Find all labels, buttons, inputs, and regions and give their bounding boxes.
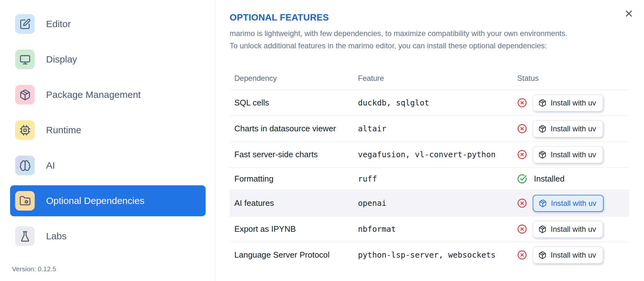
flask-icon	[15, 226, 35, 246]
dependencies-table: Dependency Feature Status SQL cells duck…	[230, 67, 629, 268]
sidebar-item-optional-dependencies[interactable]: Optional Dependencies	[10, 185, 206, 216]
close-icon	[624, 15, 634, 20]
circle-x-icon	[517, 150, 527, 159]
install-button-label: Install with uv	[551, 124, 596, 133]
sidebar-nav: Editor Display Package Management Runtim…	[0, 9, 215, 252]
table-row: Fast server-side charts vegafusion, vl-c…	[230, 141, 629, 167]
status-cell: Install with uv	[508, 195, 629, 212]
circle-x-icon	[517, 124, 527, 134]
install-button-label: Install with uv	[551, 199, 596, 208]
package-icon	[15, 85, 35, 105]
dependency-cell: AI features	[230, 198, 353, 208]
package-icon	[538, 99, 547, 107]
panel-content: OPTIONAL FEATURES marimo is lightweight,…	[215, 0, 644, 268]
sidebar-item-display[interactable]: Display	[10, 44, 206, 75]
install-button-label: Install with uv	[551, 251, 596, 260]
install-with-uv-button[interactable]: Install with uv	[533, 94, 603, 111]
package-icon	[538, 251, 547, 259]
install-with-uv-button[interactable]: Install with uv	[533, 247, 603, 264]
feature-cell: openai	[353, 199, 508, 208]
feature-cell: duckdb, sqlglot	[353, 98, 508, 107]
status-cell: Install with uv	[508, 94, 629, 111]
install-with-uv-button[interactable]: Install with uv	[533, 221, 603, 238]
column-header-dependency: Dependency	[230, 74, 353, 83]
dependency-cell: Export as IPYNB	[230, 224, 353, 234]
table-body: SQL cells duckdb, sqlglot Install with u…	[230, 90, 629, 268]
status-cell: Installed	[508, 174, 629, 184]
install-button-label: Install with uv	[551, 99, 596, 107]
package-icon	[538, 225, 547, 233]
dependency-cell: SQL cells	[230, 98, 353, 108]
panel-description: marimo is lightweight, with few dependen…	[230, 27, 625, 52]
install-button-label: Install with uv	[551, 150, 596, 159]
sidebar-item-label: Display	[46, 54, 77, 65]
install-with-uv-button[interactable]: Install with uv	[533, 120, 603, 137]
feature-cell: ruff	[353, 174, 508, 183]
package-icon	[538, 151, 547, 159]
page-title: OPTIONAL FEATURES	[230, 12, 644, 23]
sidebar-item-runtime[interactable]: Runtime	[10, 115, 206, 146]
feature-cell: vegafusion, vl-convert-python	[353, 150, 508, 159]
sidebar-item-label: Optional Dependencies	[46, 195, 144, 206]
circle-x-icon	[517, 224, 527, 234]
table-row: SQL cells duckdb, sqlglot Install with u…	[230, 90, 629, 116]
close-button[interactable]	[624, 9, 634, 19]
dependency-cell: Fast server-side charts	[230, 150, 353, 159]
status-installed-label: Installed	[534, 174, 565, 184]
edit-icon	[15, 14, 35, 34]
circle-x-icon	[517, 198, 527, 208]
table-row: Export as IPYNB nbformat Install with uv	[230, 216, 629, 242]
sidebar-item-package-management[interactable]: Package Management	[10, 79, 206, 110]
dependency-cell: Charts in datasource viewer	[230, 124, 353, 134]
circle-check-icon	[517, 174, 527, 184]
sidebar-item-label: Editor	[46, 19, 71, 29]
folder-cog-icon	[15, 191, 35, 211]
table-header-row: Dependency Feature Status	[230, 67, 629, 90]
status-cell: Install with uv	[508, 120, 629, 137]
description-line: To unlock additional features in the mar…	[230, 39, 625, 52]
table-row: Formatting ruff Installed	[230, 167, 629, 190]
sidebar-item-editor[interactable]: Editor	[10, 9, 206, 39]
status-cell: Install with uv	[508, 146, 629, 163]
dependency-cell: Formatting	[230, 174, 353, 184]
package-icon	[538, 125, 547, 133]
optional-features-panel: OPTIONAL FEATURES marimo is lightweight,…	[215, 0, 644, 281]
table-row: Language Server Protocol python-lsp-serv…	[230, 242, 629, 268]
sidebar-item-ai[interactable]: AI	[10, 150, 206, 181]
circle-x-icon	[517, 98, 527, 108]
package-icon	[539, 199, 547, 207]
sidebar-item-label: Labs	[46, 231, 67, 242]
status-cell: Install with uv	[508, 221, 629, 238]
version-label: Version: 0.12.5	[12, 265, 56, 273]
cpu-icon	[15, 120, 35, 140]
sidebar-item-label: Runtime	[46, 125, 81, 135]
sidebar-item-labs[interactable]: Labs	[10, 221, 206, 252]
column-header-feature: Feature	[353, 74, 508, 83]
feature-cell: nbformat	[353, 224, 508, 234]
feature-cell: altair	[353, 124, 508, 133]
status-cell: Install with uv	[508, 247, 629, 264]
table-row: Charts in datasource viewer altair Insta…	[230, 116, 629, 141]
circle-x-icon	[517, 250, 527, 260]
description-line: marimo is lightweight, with few dependen…	[230, 27, 625, 39]
monitor-icon	[15, 50, 35, 69]
dependency-cell: Language Server Protocol	[230, 250, 353, 260]
sidebar-item-label: Package Management	[46, 89, 141, 100]
settings-sidebar: Editor Display Package Management Runtim…	[0, 0, 215, 281]
install-with-uv-button[interactable]: Install with uv	[533, 146, 603, 163]
table-row: AI features openai Install with uv	[230, 190, 629, 216]
settings-dialog: Editor Display Package Management Runtim…	[0, 0, 644, 281]
feature-cell: python-lsp-server, websockets	[353, 250, 508, 260]
brain-icon	[15, 156, 35, 175]
install-with-uv-button[interactable]: Install with uv	[533, 195, 604, 212]
sidebar-item-label: AI	[46, 160, 55, 171]
install-button-label: Install with uv	[551, 225, 596, 234]
column-header-status: Status	[508, 74, 629, 83]
